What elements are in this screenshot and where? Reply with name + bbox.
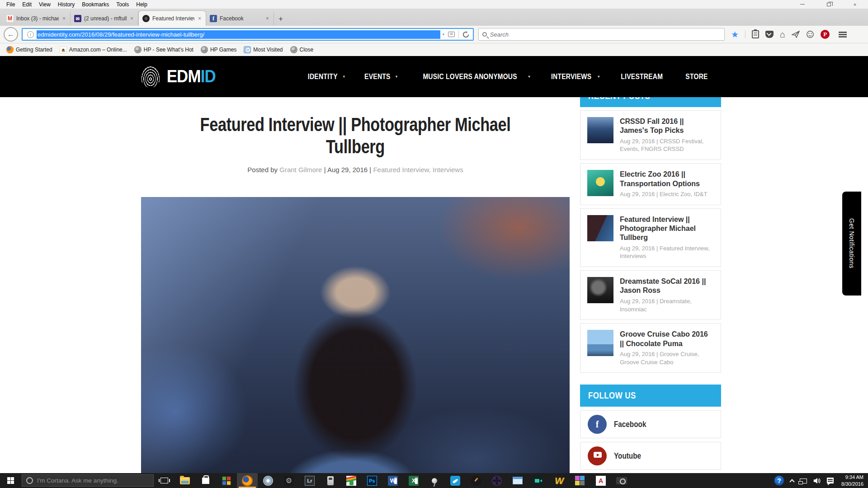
windows-store-button[interactable] xyxy=(195,473,216,488)
recent-post-electric-zoo[interactable]: Electric Zoo 2016 || Transportation Opti… xyxy=(580,163,721,205)
article-title: Featured Interview || Photographer Micha… xyxy=(141,113,570,158)
speaker-icon[interactable] xyxy=(813,477,821,484)
notifications-icon[interactable] xyxy=(827,478,834,483)
wurlitzer-app-button[interactable]: W xyxy=(549,473,570,488)
category-links[interactable]: Featured Interview, Interviews xyxy=(373,166,463,174)
bookmarks-library-icon[interactable] xyxy=(752,30,759,38)
search-box[interactable] xyxy=(478,28,725,41)
post-title[interactable]: Featured Interview || Photographer Micha… xyxy=(620,215,714,243)
nav-interviews[interactable]: INTERVIEWS▾ xyxy=(547,72,600,81)
post-title[interactable]: Electric Zoo 2016 || Transportation Opti… xyxy=(620,170,714,188)
send-page-icon[interactable] xyxy=(792,31,800,38)
window-app-button[interactable] xyxy=(507,473,528,488)
photo-rainbow-app-button[interactable] xyxy=(341,473,362,488)
video-camera-app-button[interactable] xyxy=(528,473,549,488)
minimize-button[interactable] xyxy=(789,0,816,9)
puzzle-app-button[interactable] xyxy=(216,473,237,488)
bookmark-star-icon[interactable]: ★ xyxy=(731,29,739,40)
reload-icon[interactable] xyxy=(462,31,469,38)
bookmark-hp-whats-hot[interactable]: HP - See What's Hot xyxy=(132,45,196,55)
tab-featured-interview-active[interactable]: Featured Interview | Photo... × xyxy=(138,10,206,26)
author-link[interactable]: Grant Gilmore xyxy=(279,166,322,174)
menu-tools[interactable]: Tools xyxy=(113,0,132,9)
menu-edit[interactable]: Edit xyxy=(19,0,35,9)
compass-app-button[interactable] xyxy=(466,473,486,488)
post-title[interactable]: CRSSD Fall 2016 || James's Top Picks xyxy=(620,117,714,136)
camera-clock-app-button[interactable] xyxy=(611,473,632,488)
camera-gear-app-button[interactable]: ⚙ xyxy=(278,473,299,488)
close-button[interactable]: × xyxy=(842,0,868,9)
edmid-logo[interactable]: EDMID xyxy=(141,66,217,88)
pinterest-icon[interactable]: P xyxy=(821,30,830,39)
bookmark-getting-started[interactable]: Getting Started xyxy=(4,45,55,55)
audio-device-button[interactable] xyxy=(320,473,341,488)
nav-music-lovers-anonymous[interactable]: MUSIC LOVERS ANONYMOUS▾ xyxy=(415,72,530,81)
chevron-down-icon: ▾ xyxy=(598,75,599,79)
taskbar-clock[interactable]: 9:34 AM 8/30/2016 xyxy=(840,474,863,488)
reader-mode-icon[interactable] xyxy=(448,32,455,37)
file-explorer-button[interactable] xyxy=(175,473,195,488)
photo-collage-app-button[interactable] xyxy=(570,473,590,488)
globe-icon xyxy=(134,46,142,53)
info-icon[interactable]: i xyxy=(27,31,34,38)
rocket-app-button[interactable] xyxy=(445,473,466,488)
tab-close-icon[interactable]: × xyxy=(197,15,202,22)
photoshop-button[interactable]: Ps xyxy=(362,473,382,488)
recent-post-crssd[interactable]: CRSSD Fall 2016 || James's Top Picks Aug… xyxy=(580,110,721,160)
chevron-up-icon[interactable] xyxy=(789,479,794,484)
pushpin-app-button[interactable] xyxy=(424,473,445,488)
word-button[interactable]: W xyxy=(382,473,403,488)
bookmark-amazon[interactable]: a Amazon.com – Online... xyxy=(57,45,130,55)
post-title[interactable]: Dreamstate SoCal 2016 || Jason Ross xyxy=(620,277,714,296)
start-button[interactable] xyxy=(0,473,21,488)
url-bar[interactable]: i edmidentity.com/2016/08/29/featured-in… xyxy=(22,28,474,41)
chat-icon[interactable] xyxy=(806,30,814,38)
tab-yahoo-mail[interactable]: ✉ (2 unread) - mftullberg - Y... × xyxy=(71,11,138,26)
search-input[interactable] xyxy=(490,31,721,38)
menu-help[interactable]: Help xyxy=(132,0,151,9)
firefox-button-active[interactable] xyxy=(237,473,258,488)
network-icon[interactable] xyxy=(800,479,807,483)
nav-identity[interactable]: IDENTITY▾ xyxy=(305,72,345,81)
adobe-reader-button[interactable]: A xyxy=(590,473,611,488)
social-youtube[interactable]: Youtube xyxy=(580,442,721,470)
url-text-selected[interactable]: edmidentity.com/2016/08/29/featured-inte… xyxy=(37,30,440,39)
tab-facebook[interactable]: f Facebook × xyxy=(206,11,274,26)
tab-close-icon[interactable]: × xyxy=(265,15,270,22)
task-view-button[interactable] xyxy=(154,473,175,488)
bookmark-most-visited[interactable]: Most Visited xyxy=(241,45,285,55)
nav-livestream[interactable]: LIVESTREAM xyxy=(617,72,666,81)
nav-events[interactable]: EVENTS▾ xyxy=(362,72,397,81)
tab-close-icon[interactable]: × xyxy=(61,15,66,22)
lightroom-button[interactable]: Lr xyxy=(299,473,320,488)
tab-gmail-inbox[interactable]: M Inbox (3) - michaeltullber... × xyxy=(3,11,71,26)
new-tab-button[interactable]: + xyxy=(274,12,288,26)
recent-post-dreamstate[interactable]: Dreamstate SoCal 2016 || Jason Ross Aug … xyxy=(580,270,721,320)
menu-history[interactable]: History xyxy=(54,0,78,9)
back-button[interactable]: ← xyxy=(4,27,18,42)
recent-post-featured-interview[interactable]: Featured Interview || Photographer Micha… xyxy=(580,208,721,267)
photo-collage-icon xyxy=(575,476,585,486)
post-title[interactable]: Groove Cruise Cabo 2016 || Chocolate Pum… xyxy=(620,330,714,348)
recent-post-groove-cruise[interactable]: Groove Cruise Cabo 2016 || Chocolate Pum… xyxy=(580,323,721,373)
menu-file[interactable]: File xyxy=(3,0,19,9)
disc-burner-button[interactable] xyxy=(258,473,278,488)
menu-bookmarks[interactable]: Bookmarks xyxy=(78,0,113,9)
restore-button[interactable] xyxy=(816,0,842,9)
get-notifications-tab[interactable]: Get Notifications xyxy=(842,192,861,296)
store-bag-icon xyxy=(202,478,209,484)
bookmark-hp-games[interactable]: HP Games xyxy=(198,45,239,55)
excel-button[interactable]: X xyxy=(403,473,424,488)
pocket-icon[interactable] xyxy=(765,31,774,38)
menu-view[interactable]: View xyxy=(35,0,54,9)
social-facebook[interactable]: f Facebook xyxy=(580,410,721,438)
help-icon[interactable]: ? xyxy=(774,475,784,486)
tab-close-icon[interactable]: × xyxy=(129,15,134,22)
bookmark-close[interactable]: Close xyxy=(288,45,316,55)
url-dropdown-icon[interactable]: ▾ xyxy=(442,32,444,37)
menu-hamburger-icon[interactable] xyxy=(839,32,847,38)
cortana-search-box[interactable]: I'm Cortana. Ask me anything. xyxy=(22,474,154,487)
home-icon[interactable]: ⌂ xyxy=(780,29,785,40)
film-reel-app-button[interactable] xyxy=(486,473,507,488)
nav-store[interactable]: STORE xyxy=(684,72,710,81)
